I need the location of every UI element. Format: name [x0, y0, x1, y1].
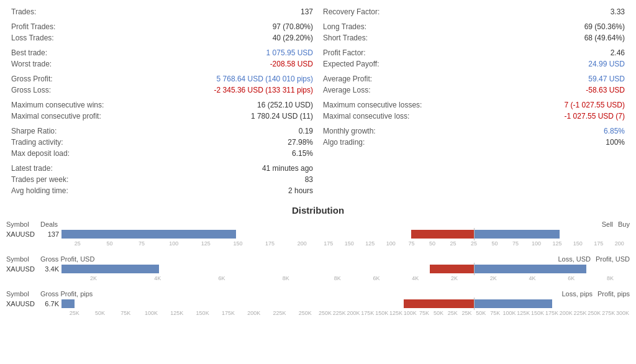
- tick-label: 175: [318, 240, 338, 247]
- tick-label: 75K: [113, 310, 139, 316]
- stat-label: Maximal consecutive loss:: [323, 112, 409, 121]
- tick-label: 250K: [293, 310, 318, 316]
- stat-value: 27.98%: [288, 138, 313, 147]
- stat-row: Profit Factor:2.46: [318, 47, 630, 58]
- stat-row: Trades per week:83: [6, 174, 318, 185]
- tick-label: 75: [505, 240, 525, 247]
- stat-label: Best trade:: [11, 48, 47, 57]
- dist-left-header: SymbolGross Profit, pips: [6, 290, 318, 298]
- left-ticks: 255075100125150175200: [6, 240, 318, 247]
- stat-value: 83: [305, 175, 313, 184]
- tick-label: 175K: [545, 310, 559, 316]
- stat-value: 137: [301, 7, 313, 16]
- dist-right-header: Loss, pipsProfit, pips: [318, 290, 630, 298]
- distribution-title: Distribution: [6, 205, 630, 216]
- tick-label: 150: [222, 240, 254, 247]
- stat-value: 24.99 USD: [588, 60, 625, 68]
- stat-row: Worst trade:-208.58 USD: [6, 58, 318, 70]
- bar-val-label: 137: [40, 230, 59, 238]
- tick-label: 8K: [591, 275, 630, 281]
- stat-row: Gross Profit:5 768.64 USD (140 010 pips): [6, 73, 318, 84]
- tick-label: 25: [61, 240, 94, 247]
- tick-label: 25K: [61, 310, 87, 316]
- stat-row: Max deposit load:6.15%: [6, 148, 318, 159]
- stat-value: 40 (29.20%): [273, 34, 313, 42]
- dist-right-header: SellBuy: [318, 221, 630, 228]
- stat-label: Maximum consecutive losses:: [323, 101, 422, 109]
- tick-label: 150: [338, 240, 359, 247]
- tick-label: 175: [588, 240, 609, 247]
- tick-label: 8K: [318, 275, 357, 281]
- label-header: Gross Profit, pips: [40, 290, 93, 298]
- stat-label: Latest trade:: [11, 164, 53, 173]
- stat-row: Algo trading:100%: [318, 137, 630, 148]
- buy-header: Profit, pips: [597, 290, 630, 298]
- stat-row: Maximal consecutive loss:-1 027.55 USD (…: [318, 111, 630, 122]
- blue-track: [475, 265, 630, 273]
- stat-value: 1 780.24 USD (11): [251, 112, 313, 121]
- bar-blue: [61, 265, 159, 273]
- stat-row: Loss Trades:40 (29.20%): [6, 32, 318, 43]
- stat-label: Trading activity:: [11, 138, 63, 147]
- stat-value: 7 (-1 027.55 USD): [565, 101, 625, 109]
- tick-label: 100: [380, 240, 401, 247]
- dist-bar-row: XAUUSD6.7K: [6, 298, 630, 310]
- tick-label: 6K: [357, 275, 396, 281]
- bar-track: [61, 265, 318, 273]
- tick-label: 200K: [241, 310, 266, 316]
- stat-row: Best trade:1 075.95 USD: [6, 47, 318, 58]
- bar-val-label: 6.7K: [40, 300, 59, 307]
- tick-label: 125: [190, 240, 222, 247]
- stat-label: Profit Trades:: [11, 22, 55, 31]
- tick-label: 200K: [347, 310, 361, 316]
- stat-value: -58.63 USD: [586, 86, 625, 94]
- stat-label: Trades:: [11, 7, 36, 16]
- label-header: Gross Profit, USD: [40, 255, 94, 263]
- stat-label: Worst trade:: [11, 60, 52, 68]
- tick-label: 175K: [360, 310, 375, 316]
- sym-header: Symbol: [6, 221, 40, 228]
- bar-blue-right: [475, 299, 552, 308]
- dist-bar-row: XAUUSD137: [6, 228, 630, 240]
- stat-value: 1 075.95 USD: [266, 48, 313, 57]
- dist-right-header: Loss, USDProfit, USD: [318, 255, 630, 263]
- tick-label: 275K: [601, 310, 616, 316]
- red-track: [318, 299, 474, 308]
- stat-row: Expected Payoff:24.99 USD: [318, 58, 630, 70]
- tick-label: 50: [422, 240, 442, 247]
- stat-row: Trades:137: [6, 6, 318, 17]
- stat-value: 59.47 USD: [588, 75, 625, 83]
- tick-label: 300K: [616, 310, 630, 316]
- ticks-row: 2550751001251501752001751501251007550252…: [6, 240, 630, 247]
- stat-label: Expected Payoff:: [323, 60, 379, 68]
- tick-label: 25: [463, 240, 484, 247]
- tick-label: 250K: [318, 310, 332, 316]
- stat-row: Trading activity:27.98%: [6, 137, 318, 148]
- tick-label: 25K: [445, 310, 460, 316]
- distribution-container: SymbolDealsSellBuyXAUUSD1372550751001251…: [6, 221, 630, 316]
- stat-row: Avg holding time:2 hours: [6, 185, 318, 196]
- tick-label: 100: [526, 240, 547, 247]
- tick-label: 150K: [530, 310, 545, 316]
- dist-left-half: XAUUSD3.4K: [6, 265, 318, 273]
- stat-value: 2.46: [611, 48, 625, 57]
- dist-block: SymbolGross Profit, pipsLoss, pipsProfit…: [6, 290, 630, 316]
- tick-label: 200K: [559, 310, 573, 316]
- bar-red: [411, 230, 473, 239]
- tick-label: 100K: [403, 310, 417, 316]
- tick-label: 125K: [389, 310, 403, 316]
- tick-label: 225K: [573, 310, 588, 316]
- tick-label: 150K: [189, 310, 215, 316]
- stat-label: Maximum consecutive wins:: [11, 101, 104, 109]
- bar-blue: [61, 230, 236, 239]
- dist-left-header: SymbolDeals: [6, 221, 318, 228]
- right-ticks: 8K6K4K2K2K4K6K8K: [318, 275, 630, 281]
- dist-header-row: SymbolDealsSellBuy: [6, 221, 630, 228]
- sell-header: Loss, USD: [558, 255, 591, 263]
- stat-value: -208.58 USD: [270, 60, 313, 68]
- tick-label: 25K: [460, 310, 474, 316]
- bar-track: [61, 230, 318, 239]
- stat-label: Average Loss:: [323, 86, 371, 94]
- right-ticks: 175150125100755025255075100125150175200: [318, 240, 630, 247]
- tick-label: 50: [94, 240, 126, 247]
